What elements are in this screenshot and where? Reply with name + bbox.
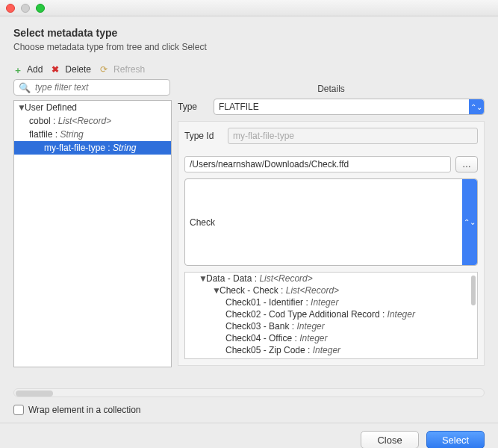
filter-box[interactable]: 🔍 — [13, 79, 170, 96]
schema-node[interactable]: ▼Check - Check : List<Record> — [185, 284, 477, 296]
details-panel: Details Type FLATFILE ⌃⌄ Type Id … Check… — [178, 100, 485, 384]
refresh-button[interactable]: ⟳ Refresh — [100, 64, 145, 75]
search-icon: 🔍 — [19, 82, 31, 93]
tree-root[interactable]: ▼User Defined — [14, 101, 171, 114]
schema-field[interactable]: Check05 - Zip Code : Integer — [185, 344, 477, 356]
horizontal-scrollbar[interactable] — [13, 388, 485, 397]
dialog-header: Select metadata type Choose metadata typ… — [0, 16, 498, 60]
select-button[interactable]: Select — [426, 431, 485, 448]
dialog-title: Select metadata type — [13, 27, 485, 39]
tree-item-selected[interactable]: my-flat-file-type : String — [14, 141, 171, 155]
add-button[interactable]: ＋ Add — [13, 64, 43, 75]
metadata-tree[interactable]: ▼User Defined cobol : List<Record> flatf… — [13, 100, 172, 367]
tree-item[interactable]: flatfile : String — [14, 128, 171, 141]
schema-field[interactable]: Check03 - Bank : Integer — [185, 320, 477, 332]
type-select[interactable]: FLATFILE ⌃⌄ — [214, 99, 485, 115]
chevron-down-icon[interactable]: ▼ — [17, 102, 25, 113]
ellipsis-icon: … — [462, 159, 471, 169]
chevron-updown-icon: ⌃⌄ — [469, 99, 484, 114]
refresh-label: Refresh — [113, 64, 145, 75]
typeid-label: Type Id — [184, 131, 222, 141]
browse-button[interactable]: … — [455, 156, 478, 172]
schema-field[interactable]: Check02 - Cod Type Additional Record : I… — [185, 308, 477, 320]
typeid-field — [228, 128, 478, 144]
scrollbar-thumb[interactable] — [16, 391, 53, 396]
tree-item[interactable]: cobol : List<Record> — [14, 114, 171, 128]
chevron-down-icon[interactable]: ▼ — [212, 285, 220, 296]
filter-input[interactable] — [34, 81, 165, 93]
type-detail-box: Type Id … Check ⌃⌄ ▼Data - Data : List<R… — [178, 121, 485, 366]
scrollbar[interactable] — [471, 276, 476, 305]
close-window-icon[interactable] — [6, 4, 15, 13]
toolbar: ＋ Add ✖ Delete ⟳ Refresh — [0, 60, 498, 79]
schema-node[interactable]: ▼Data - Data : List<Record> — [185, 273, 477, 284]
schema-tree[interactable]: ▼Data - Data : List<Record> ▼Check - Che… — [184, 272, 478, 359]
minimize-window-icon — [21, 4, 30, 13]
x-icon: ✖ — [52, 64, 62, 75]
add-label: Add — [27, 64, 43, 75]
zoom-window-icon[interactable] — [36, 4, 45, 13]
wrap-label: Wrap element in a collection — [28, 405, 141, 415]
titlebar — [0, 0, 498, 16]
schema-field[interactable]: Check06 - Check : Integer — [185, 356, 477, 359]
schema-select[interactable]: Check ⌃⌄ — [184, 178, 478, 266]
close-button[interactable]: Close — [361, 431, 419, 448]
plus-icon: ＋ — [13, 64, 24, 75]
wrap-checkbox[interactable] — [13, 405, 24, 415]
window-controls — [6, 4, 45, 13]
delete-button[interactable]: ✖ Delete — [52, 64, 91, 75]
type-label: Type — [178, 102, 208, 112]
refresh-icon: ⟳ — [100, 64, 111, 75]
schema-field[interactable]: Check01 - Identifier : Integer — [185, 296, 477, 308]
schema-field[interactable]: Check04 - Office : Integer — [185, 332, 477, 344]
footer: Close Select — [0, 423, 498, 448]
chevron-down-icon[interactable]: ▼ — [199, 273, 206, 284]
chevron-updown-icon: ⌃⌄ — [462, 179, 477, 265]
path-field[interactable] — [184, 156, 451, 172]
delete-label: Delete — [65, 64, 91, 75]
dialog-subtitle: Choose metadata type from tree and click… — [13, 42, 485, 52]
details-heading: Details — [178, 84, 485, 99]
